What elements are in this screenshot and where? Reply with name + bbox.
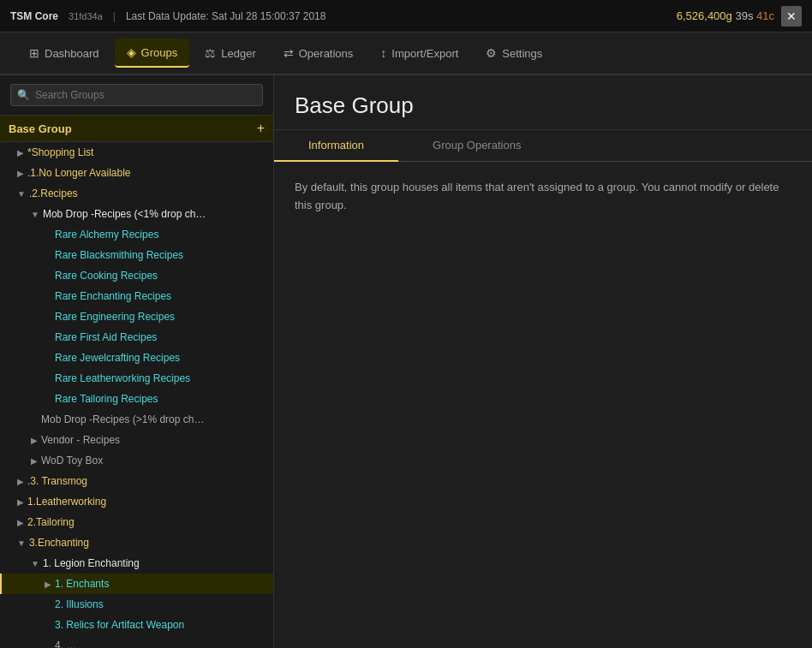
tree-item-relics[interactable]: ▶ 3. Relics for Artifact Weapon xyxy=(0,615,273,635)
title-bar-right: 6,526,400g 39s 41c ✕ xyxy=(677,6,802,27)
close-button[interactable]: ✕ xyxy=(781,6,802,27)
ledger-nav-icon: ⚖ xyxy=(205,46,216,60)
dashboard-nav-label: Dashboard xyxy=(45,47,99,60)
nav-item-settings[interactable]: ⚙Settings xyxy=(474,39,554,67)
tree-item-dots[interactable]: ▶ 4. … xyxy=(0,635,273,648)
copper-suffix: c xyxy=(769,9,775,22)
import-export-nav-icon: ↕ xyxy=(380,46,386,60)
title-bar-info: TSM Core 31fd34a | Last Data Update: Sat… xyxy=(10,10,325,22)
label-rare-jewelcrafting: Rare Jewelcrafting Recipes xyxy=(55,352,180,364)
toggle-transmog: ▶ xyxy=(17,477,24,486)
gold-suffix: g xyxy=(726,9,732,22)
tree-item-wod-toy-box[interactable]: ▶ WoD Toy Box xyxy=(0,450,273,471)
add-group-button[interactable]: + xyxy=(257,122,265,135)
tree-item-illusions[interactable]: ▶ 2. Illusions xyxy=(0,594,273,615)
tree-item-rare-alchemy[interactable]: ▶ Rare Alchemy Recipes xyxy=(0,224,273,245)
nav-bar: ⊞Dashboard◈Groups⚖Ledger⇄Operations↕Impo… xyxy=(0,33,812,75)
tree-item-rare-engineering[interactable]: ▶ Rare Engineering Recipes xyxy=(0,306,273,327)
search-wrapper: 🔍 xyxy=(10,84,263,106)
content-tabs: InformationGroup Operations xyxy=(274,130,812,162)
sidebar: 🔍 Base Group + ▶ *Shopping List▶ .1.No L… xyxy=(0,75,274,648)
label-rare-alchemy: Rare Alchemy Recipes xyxy=(55,229,158,241)
toggle-recipes: ▼ xyxy=(17,189,26,199)
settings-nav-label: Settings xyxy=(502,47,542,60)
label-rare-cooking: Rare Cooking Recipes xyxy=(55,270,158,282)
toggle-no-longer-available: ▶ xyxy=(17,169,24,178)
label-shopping-list: *Shopping List xyxy=(27,146,93,158)
label-illusions: 2. Illusions xyxy=(55,598,104,610)
search-container: 🔍 xyxy=(0,75,273,116)
search-input[interactable] xyxy=(10,84,263,106)
dashboard-nav-icon: ⊞ xyxy=(29,46,39,60)
label-rare-tailoring: Rare Tailoring Recipes xyxy=(55,393,158,405)
main-layout: 🔍 Base Group + ▶ *Shopping List▶ .1.No L… xyxy=(0,75,812,648)
label-rare-leatherworking: Rare Leatherworking Recipes xyxy=(55,372,190,384)
groups-nav-label: Groups xyxy=(141,46,178,59)
sidebar-tree: ▶ *Shopping List▶ .1.No Longer Available… xyxy=(0,142,273,648)
search-icon: 🔍 xyxy=(17,89,30,101)
label-leatherworking: 1.Leatherworking xyxy=(27,496,106,508)
toggle-legion-enchanting: ▼ xyxy=(31,559,39,568)
tree-item-rare-cooking[interactable]: ▶ Rare Cooking Recipes xyxy=(0,265,273,286)
nav-item-dashboard[interactable]: ⊞Dashboard xyxy=(17,39,111,67)
nav-item-groups[interactable]: ◈Groups xyxy=(115,39,190,68)
label-recipes: .2.Recipes xyxy=(29,187,78,199)
toggle-tailoring: ▶ xyxy=(17,518,24,527)
label-enchanting: 3.Enchanting xyxy=(29,537,89,549)
label-rare-first-aid: Rare First Aid Recipes xyxy=(55,331,157,343)
tree-item-rare-blacksmithing[interactable]: ▶ Rare Blacksmithing Recipes xyxy=(0,245,273,265)
label-vendor-recipes: Vendor - Recipes xyxy=(41,434,120,446)
last-update: Last Data Update: Sat Jul 28 15:00:37 20… xyxy=(126,10,326,22)
label-wod-toy-box: WoD Toy Box xyxy=(41,455,103,467)
label-transmog: .3. Transmog xyxy=(27,475,87,487)
label-relics: 3. Relics for Artifact Weapon xyxy=(55,619,184,631)
tree-item-shopping-list[interactable]: ▶ *Shopping List xyxy=(0,142,273,163)
tree-item-rare-leatherworking[interactable]: ▶ Rare Leatherworking Recipes xyxy=(0,368,273,389)
label-dots: 4. … xyxy=(55,639,76,648)
tree-item-rare-enchanting[interactable]: ▶ Rare Enchanting Recipes xyxy=(0,286,273,306)
label-mob-drop-recipes-1: Mob Drop -Recipes (<1% drop ch… xyxy=(43,208,206,220)
nav-item-operations[interactable]: ⇄Operations xyxy=(272,39,366,67)
content-description: By default, this group houses all items … xyxy=(295,179,791,215)
tree-item-vendor-recipes[interactable]: ▶ Vendor - Recipes xyxy=(0,430,273,450)
nav-item-import-export[interactable]: ↕Import/Export xyxy=(368,39,470,67)
tree-item-tailoring[interactable]: ▶ 2.Tailoring xyxy=(0,512,273,532)
tree-item-rare-first-aid[interactable]: ▶ Rare First Aid Recipes xyxy=(0,327,273,348)
toggle-enchants: ▶ xyxy=(45,580,51,589)
tree-item-legion-enchanting[interactable]: ▼ 1. Legion Enchanting xyxy=(0,553,273,574)
app-name: TSM Core xyxy=(10,10,58,22)
label-legion-enchanting: 1. Legion Enchanting xyxy=(43,557,140,569)
tree-item-transmog[interactable]: ▶ .3. Transmog xyxy=(0,471,273,491)
operations-nav-label: Operations xyxy=(299,47,354,60)
tree-item-enchanting[interactable]: ▼ 3.Enchanting xyxy=(0,532,273,553)
toggle-mob-drop-recipes-1: ▼ xyxy=(31,210,39,219)
toggle-leatherworking: ▶ xyxy=(17,497,24,507)
tree-item-leatherworking[interactable]: ▶ 1.Leatherworking xyxy=(0,491,273,512)
tree-item-recipes[interactable]: ▼ .2.Recipes xyxy=(0,183,273,204)
silver-suffix: s xyxy=(748,9,754,22)
tree-item-enchants[interactable]: ▶ 1. Enchants xyxy=(0,574,273,594)
nav-item-ledger[interactable]: ⚖Ledger xyxy=(193,39,267,67)
operations-nav-icon: ⇄ xyxy=(284,46,294,60)
label-mob-drop-recipes-2: Mob Drop -Recipes (>1% drop ch… xyxy=(41,413,204,425)
label-rare-enchanting: Rare Enchanting Recipes xyxy=(55,290,171,302)
gold-amount: 6,526,400 xyxy=(677,9,726,22)
tree-item-rare-tailoring[interactable]: ▶ Rare Tailoring Recipes xyxy=(0,389,273,409)
tab-group-operations[interactable]: Group Operations xyxy=(398,130,555,162)
tab-information[interactable]: Information xyxy=(274,130,398,162)
tree-item-mob-drop-recipes-2[interactable]: ▶ Mob Drop -Recipes (>1% drop ch… xyxy=(0,409,273,430)
toggle-shopping-list: ▶ xyxy=(17,148,24,158)
app-version: 31fd34a xyxy=(69,11,103,21)
tree-item-mob-drop-recipes-1[interactable]: ▼ Mob Drop -Recipes (<1% drop ch… xyxy=(0,204,273,224)
settings-nav-icon: ⚙ xyxy=(486,46,497,60)
toggle-enchanting: ▼ xyxy=(17,538,26,548)
title-bar: TSM Core 31fd34a | Last Data Update: Sat… xyxy=(0,0,812,33)
toggle-vendor-recipes: ▶ xyxy=(31,436,38,445)
tree-item-rare-jewelcrafting[interactable]: ▶ Rare Jewelcrafting Recipes xyxy=(0,348,273,368)
label-no-longer-available: .1.No Longer Available xyxy=(27,167,131,179)
tree-item-no-longer-available[interactable]: ▶ .1.No Longer Available xyxy=(0,163,273,183)
label-enchants: 1. Enchants xyxy=(55,578,109,590)
groups-nav-icon: ◈ xyxy=(127,45,136,59)
base-group-header[interactable]: Base Group + xyxy=(0,116,273,142)
title-separator: | xyxy=(113,10,116,22)
